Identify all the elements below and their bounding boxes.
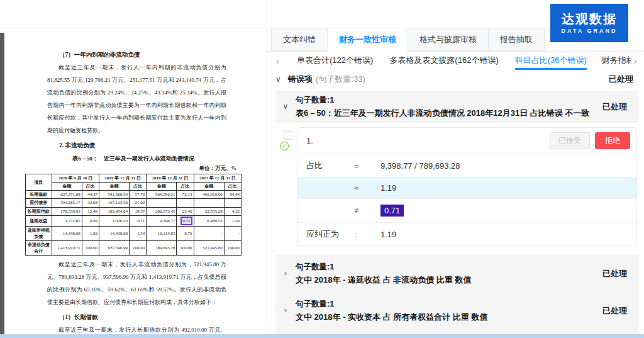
col-header-amount: 金额 bbox=[52, 183, 82, 191]
tab-format-disclosure[interactable]: 格式与披露审核 bbox=[408, 28, 489, 51]
error-group-text: 句子数量:1 文中 2018年 - 实收资本 占 所有者权益合计 比重 数值 bbox=[296, 299, 488, 323]
table-cell: 21.02 bbox=[130, 199, 147, 207]
subtab-financial-indicator[interactable]: 财务指标核算 bbox=[602, 52, 631, 70]
table-cell: - bbox=[177, 199, 194, 207]
table-row: 递延收益 1,272.85 0.09 1,026.23 0.11 9,398.7… bbox=[26, 215, 242, 226]
calc-row-actual: ≠ 0.71 bbox=[297, 198, 636, 222]
table-cell: - bbox=[147, 199, 177, 207]
error-section-header[interactable]: ∨ 错误项 (句子数量:33) 已处理 bbox=[267, 70, 644, 88]
tab-text-correction[interactable]: 文本纠错 bbox=[271, 28, 328, 51]
table-cell: 100.00 bbox=[130, 241, 147, 256]
calc-row-expected: ≈ 1.19 bbox=[297, 177, 636, 198]
highlighted-error-value[interactable]: 0.71 bbox=[180, 217, 192, 225]
table-cell: 521,945.80 bbox=[194, 241, 224, 256]
accept-button[interactable]: 已接受 bbox=[550, 132, 590, 149]
datagrand-logo: 达观数据 DATA GRAND bbox=[550, 4, 628, 42]
calc-row-correction: 应纠正为 : 1.19 bbox=[297, 222, 636, 245]
doc-heading-one-year-liabilities: （7）一年内到期的非流动负债 bbox=[47, 48, 226, 61]
subtab-multi-table-disclosure[interactable]: 多表格及表文披露(162个错误) bbox=[389, 52, 498, 70]
table-cell: 1,413,919.71 bbox=[52, 241, 82, 256]
table-cell: 12.49 bbox=[82, 207, 99, 215]
horizontal-scrollbar[interactable] bbox=[0, 334, 644, 338]
calc-expression: 9,398.77 / 789,693.28 bbox=[380, 161, 460, 171]
document-content: （7）一年内到期的非流动负债 截至近三年及一期末，发行人一年内到期的非流动负债分… bbox=[25, 46, 242, 338]
col-header-ratio: 占比 bbox=[130, 183, 147, 191]
next-arrow-icon[interactable]: › bbox=[633, 53, 638, 69]
error-group-title: 文中 2018年 - 实收资本 占 所有者权益合计 比重 数值 bbox=[296, 312, 488, 323]
tab-financial-consistency[interactable]: 财务一致性审核 bbox=[328, 28, 408, 52]
table-cell: 长期借款 bbox=[26, 191, 52, 199]
table-cell: 10,124.85 bbox=[147, 226, 177, 240]
calc-row: 占比 = 9,398.77 / 789,693.28 bbox=[297, 154, 636, 177]
chevron-down-icon[interactable]: ∨ bbox=[275, 75, 288, 84]
chevron-right-icon[interactable]: › bbox=[275, 299, 296, 323]
error-list: ∨ 错误项 (句子数量:33) 已处理 ∨ 句子数量:1 表6－50：近三年及一… bbox=[267, 70, 644, 338]
col-header-period-2018: 2018 年 12 月 31 日 bbox=[147, 174, 194, 183]
chevron-right-icon[interactable]: › bbox=[275, 262, 296, 286]
table-cell: 应付债券 bbox=[26, 199, 52, 207]
tab-report-extraction[interactable]: 报告抽取 bbox=[489, 28, 545, 51]
error-group-title: 文中 2018年 - 递延收益 占 非流动负债 比重 数值 bbox=[296, 274, 472, 286]
table-cell: - bbox=[194, 226, 224, 240]
table-cell: 25.40 bbox=[177, 207, 194, 215]
collapsed-error-groups: › 句子数量:1 文中 2018年 - 递延收益 占 非流动负债 比重 数值 已… bbox=[275, 255, 638, 338]
doc-table-6-50-unit: 单位：万元、% bbox=[25, 165, 236, 172]
table-cell: 9,398.77 bbox=[147, 215, 177, 226]
colon-separator: : bbox=[354, 230, 380, 239]
doc-paragraph-1: 截至近三年及一期末，发行人一年内到期的非流动负债分别为 81,825.55 万元… bbox=[47, 61, 226, 137]
col-header-ratio: 占比 bbox=[177, 183, 194, 191]
error-section-title: 错误项 bbox=[288, 74, 313, 85]
table-cell: 789,693.28 bbox=[147, 241, 177, 256]
table-cell: 492,910.00 bbox=[194, 191, 224, 199]
table-cell: 44.37 bbox=[82, 191, 99, 199]
table-row: 长期应付款 176,559.93 12.49 183,454.04 19.57 … bbox=[26, 207, 242, 215]
col-header-ratio: 占比 bbox=[224, 183, 241, 191]
table-cell: 197,125.50 bbox=[99, 199, 129, 207]
table-cell: 100.00 bbox=[224, 241, 241, 256]
table-cell: - bbox=[224, 199, 241, 207]
error-checkbox[interactable] bbox=[284, 131, 292, 140]
table-cell: 19.57 bbox=[130, 207, 147, 215]
table-cell: 非流动负债合计 bbox=[26, 241, 52, 256]
table-cell: 递延收益 bbox=[26, 215, 52, 226]
calc-label: 占比 bbox=[306, 160, 354, 171]
error-group-collapsed[interactable]: › 句子数量:1 文中 2018年 - 递延收益 占 非流动负债 比重 数值 已… bbox=[275, 255, 638, 292]
col-header-amount: 金额 bbox=[147, 183, 177, 191]
table-cell: 176,559.93 bbox=[52, 207, 82, 215]
correction-value: 1.19 bbox=[380, 230, 396, 239]
prev-arrow-icon[interactable]: ‹ bbox=[275, 53, 280, 69]
col-header-amount: 金额 bbox=[194, 183, 224, 191]
noncurrent-liabilities-table: 项目 2020 年 9 月 30 日 2019 年 12 月 31 日 2018… bbox=[25, 174, 242, 256]
subtab-account-ratio[interactable]: 科目占比(36个错误) bbox=[515, 52, 587, 70]
col-header-period-2020: 2020 年 9 月 30 日 bbox=[52, 174, 99, 183]
error-group-expanded[interactable]: ∨ 句子数量:1 表6－50：近三年及一期发行人非流动负债情况 2018年12月… bbox=[275, 91, 638, 123]
correction-label: 应纠正为 bbox=[306, 228, 354, 240]
table-header-row: 项目 2020 年 9 月 30 日 2019 年 12 月 31 日 2018… bbox=[26, 174, 242, 183]
approx-operator: ≈ bbox=[354, 183, 380, 193]
table-cell: 200,573.45 bbox=[147, 207, 177, 215]
processed-status-label: 已处理 bbox=[602, 101, 627, 113]
table-cell: 1,272.85 bbox=[52, 215, 82, 226]
table-cell: - bbox=[194, 199, 224, 207]
table-cell: 4.32 bbox=[224, 207, 241, 215]
error-group-title: 表6－50：近三年及一期发行人非流动负债情况 2018年12月31日 占比错误 … bbox=[296, 108, 589, 119]
chevron-down-icon[interactable]: ∨ bbox=[275, 95, 296, 119]
table-cell: - bbox=[224, 226, 241, 240]
subtab-single-table-total[interactable]: 单表合计(122个错误) bbox=[297, 52, 373, 70]
error-group-collapsed[interactable]: › 句子数量:1 文中 2018年 - 实收资本 占 所有者权益合计 比重 数值… bbox=[275, 292, 638, 329]
table-cell: 42.03 bbox=[82, 199, 99, 207]
col-header-ratio: 占比 bbox=[82, 183, 99, 191]
wrong-value-badge[interactable]: 0.71 bbox=[380, 205, 404, 217]
table-cell: 541,560.54 bbox=[99, 191, 129, 199]
table-cell: 0.11 bbox=[130, 215, 147, 226]
processed-status-label: 已处理 bbox=[609, 74, 633, 85]
reject-button[interactable]: 拒绝 bbox=[595, 132, 630, 149]
doc-table-6-50-caption: 表6－50： 近三年及一期发行人非流动负债情况 bbox=[25, 155, 242, 163]
table-cell: 100.00 bbox=[177, 241, 194, 256]
table-row: 应付债券 594,285.17 42.03 197,125.50 21.02 -… bbox=[26, 199, 242, 207]
table-cell: 569,596.21 bbox=[147, 191, 177, 199]
table-row: 长期借款 627,371.08 44.37 541,560.54 57.76 5… bbox=[26, 191, 242, 199]
not-equal-operator: ≠ bbox=[354, 206, 380, 215]
document-viewer-pane: （7）一年内到期的非流动负债 截至近三年及一期末，发行人一年内到期的非流动负债分… bbox=[0, 0, 267, 338]
error-group-text: 句子数量:1 表6－50：近三年及一期发行人非流动负债情况 2018年12月31… bbox=[296, 95, 589, 119]
